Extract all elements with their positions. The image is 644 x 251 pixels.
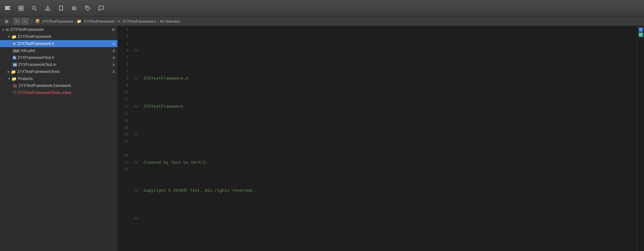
line-num-6: 6 [118,61,129,68]
line-num-8: 8 [118,75,129,82]
forward-button[interactable]: › [22,18,29,25]
sidebar-item-header-file[interactable]: h ZYXTestFramework.h A [0,40,117,47]
svg-rect-5 [19,9,21,11]
breadcrumb-sep-3: › [158,19,159,23]
sidebar-item-framework[interactable]: 💼 ZYXTestFramework.framework [0,82,117,89]
sidebar-item-framework-test-m[interactable]: m ZYXFrameworkTest.m A [0,61,117,68]
sidebar-item-products-folder[interactable]: ▼ 📁 Products [0,75,117,82]
bookmark-icon[interactable] [57,4,65,12]
line-num-15: 15 [118,124,129,131]
svg-point-15 [87,7,87,7]
sidebar-root-item[interactable]: ▶ ⊞ ZYXTestFramework M [0,26,117,33]
sidebar-item-plist[interactable]: plist Info.plist A [0,47,117,54]
sidebar: ▶ ⊞ ZYXTestFramework M ▼ 📁 ZYXTestFramew… [0,26,118,251]
code-content: // // ZYXTestFramework.h // ZYXTestFrame… [131,26,637,251]
code-line-6: // Copyright © 2016年 Test. All rights re… [134,187,634,194]
line-num-7: 7 [118,68,129,75]
header-file-icon: h [13,42,16,46]
breadcrumb-bar: ⊞ ‹ › | 📦 ZYXTestFramework › 📁 ZYXTestFr… [0,17,644,26]
svg-rect-0 [5,8,9,8]
search-icon[interactable] [31,4,38,12]
svg-rect-6 [21,9,23,11]
svg-rect-1 [5,6,10,7]
line-num-2: 2 [118,33,129,40]
line-num-11: 11 [118,96,129,103]
code-line-3: // ZYXTestFramework [134,103,634,110]
m-icon: m [13,63,17,67]
code-line-7: // [134,215,634,222]
breadcrumb-folder[interactable]: 📁 ZYXTestFramework [77,19,115,24]
h-icon-2: h [13,56,16,60]
line-num-18: 18 [118,152,129,159]
line-num-17: 17 [118,138,129,145]
sidebar-item-zyxtestframework-folder[interactable]: ▼ 📁 ZYXTestFramework [0,33,117,40]
gutter-indicator-top: T [639,27,643,32]
line-num-3: 3 [118,40,129,47]
tag-icon[interactable] [84,4,92,12]
line-num-17b [118,145,129,152]
sidebar-item-tests-folder[interactable]: ▶ 📁 ZYXTestFrameworkTests A [0,68,117,75]
line-num-19: 19 [118,159,129,166]
svg-line-8 [35,9,37,11]
breadcrumb-sep-1: › [74,19,76,23]
code-line-1: // [134,47,634,54]
group-icon[interactable] [17,4,25,12]
back-nav-icon[interactable] [4,4,11,12]
folder-icon: 📁 [11,34,17,39]
sidebar-item-framework-test-h[interactable]: h ZYXFrameworkTest.h A [0,54,117,61]
breadcrumb-sep-2: › [116,19,117,23]
line-num-12: 12 [118,103,129,110]
line-num-1: 1 [118,26,129,33]
toolbar [0,0,644,17]
breadcrumb-selection: No Selection [160,19,180,23]
comment-icon[interactable] [97,4,105,12]
warning-icon[interactable] [44,4,52,12]
svg-rect-3 [19,6,21,8]
line-num-10: 10 [118,89,129,96]
gutter-indicator-check: ✓ [639,32,643,37]
line-num-16: 16 [118,131,129,138]
svg-rect-4 [21,6,23,8]
line-num-13: 13 [118,110,129,117]
line-num-20: 20 [118,166,129,173]
line-num-14: 14 [118,117,129,124]
code-line-4: // [134,131,634,138]
breadcrumb-framework[interactable]: 📦 ZYXTestFramework [35,19,73,24]
folder-icon-2: 📁 [11,69,16,74]
root-icon: ⊞ [6,27,9,32]
disclosure-triangle: ▶ [3,28,5,31]
plist-icon: plist [13,49,20,53]
breadcrumb-file[interactable]: h ZYXTestFramework.h [118,19,156,23]
disclosure-closed: ▶ [8,70,10,73]
svg-point-10 [47,9,48,10]
xctest-icon: 🛡 [13,90,17,95]
svg-point-7 [32,6,36,9]
disclosure-open-2: ▼ [8,77,10,80]
sidebar-item-xctest[interactable]: 🛡 ZYXTestFrameworkTests.xctest [0,89,117,96]
code-line-2: // ZYXTestFramework.h [134,75,634,82]
line-num-9: 9 [118,82,129,89]
grid-nav-icon[interactable]: ⊞ [3,18,10,25]
briefcase-icon: 💼 [13,83,18,88]
code-editor[interactable]: 1 2 3 4 5 6 7 8 9 10 11 12 13 14 15 16 1… [118,26,637,251]
right-gutter: T ✓ [637,26,644,251]
line-num-5: 5 [118,54,129,61]
main-area: ▶ ⊞ ZYXTestFramework M ▼ 📁 ZYXTestFramew… [0,26,644,251]
grid-icon[interactable] [71,4,78,12]
disclosure-open: ▼ [8,35,10,38]
back-button[interactable]: ‹ [13,18,20,25]
line-numbers: 1 2 3 4 5 6 7 8 9 10 11 12 13 14 15 16 1… [118,26,131,251]
svg-rect-2 [5,9,10,10]
code-line-8 [134,243,634,250]
folder-icon-3: 📁 [11,76,17,81]
line-num-4: 4 [118,47,129,54]
code-line-5: // Created by Test on 16/4/1. [134,159,634,166]
